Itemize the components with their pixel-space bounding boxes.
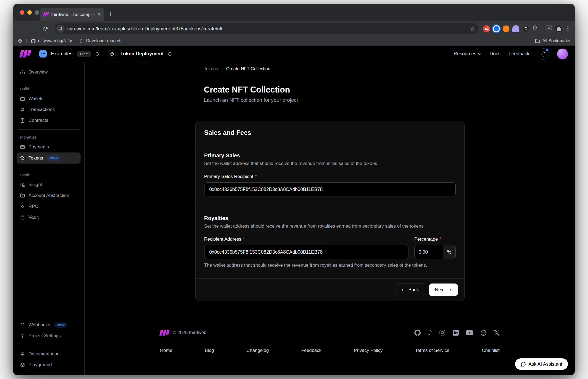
royalties-section: Royalties Set the wallet address should …	[196, 207, 464, 278]
project-name[interactable]: Token Deployment	[120, 51, 164, 57]
sidebar-item-webhooks[interactable]: Webhooks New	[17, 319, 81, 330]
extension-icon[interactable]	[483, 25, 490, 32]
minimize-window-button[interactable]	[27, 10, 32, 15]
sidebar-item-playground[interactable]: Playground	[17, 359, 81, 370]
breadcrumb-tokens-link[interactable]: Tokens	[204, 66, 218, 71]
percentage-input[interactable]	[415, 245, 443, 259]
close-window-button[interactable]	[20, 10, 24, 15]
bookmark-item[interactable]: niftyswap.gg/Nifty...	[31, 39, 75, 43]
footer-link-feedback[interactable]: Feedback	[301, 348, 322, 353]
apps-grid-icon[interactable]	[18, 39, 22, 43]
metamask-extension-icon[interactable]	[503, 25, 510, 32]
tab-close-icon[interactable]: ×	[97, 11, 101, 17]
copyright: © 2025 thirdweb	[173, 330, 206, 335]
zoom-window-button[interactable]	[35, 10, 39, 15]
github-icon[interactable]	[414, 330, 421, 336]
youtube-icon[interactable]	[466, 330, 473, 335]
site-settings-icon[interactable]	[56, 25, 65, 33]
thirdweb-logo[interactable]	[20, 50, 31, 58]
tab-search-icon[interactable]	[546, 25, 552, 32]
arrow-right-icon: →	[448, 287, 452, 293]
breadcrumb-current: Create NFT Collection	[226, 66, 270, 71]
team-switcher-icon[interactable]	[95, 52, 99, 56]
social-links: ♪	[414, 329, 500, 336]
reddit-icon[interactable]	[480, 330, 487, 336]
footer-link-chainlist[interactable]: Chainlist	[482, 348, 500, 353]
phantom-extension-icon[interactable]	[512, 25, 519, 32]
project-switcher-icon[interactable]	[168, 52, 172, 56]
recipient-address-input[interactable]	[204, 245, 408, 259]
back-button[interactable]: ← Back	[395, 284, 425, 296]
cube-search-icon	[20, 182, 25, 187]
card-footer: ← Back Next →	[196, 278, 464, 301]
primary-sales-recipient-input[interactable]	[204, 182, 456, 196]
docs-link[interactable]: Docs	[490, 51, 500, 57]
extensions-puzzle-icon[interactable]	[532, 25, 538, 32]
breadcrumb: Tokens › Create NFT Collection	[195, 66, 465, 72]
address-bar[interactable]: thirdweb.com/team/examples/Token-Deploym…	[55, 23, 479, 34]
tiktok-icon[interactable]: ♪	[428, 329, 432, 336]
team-name[interactable]: Examples	[51, 51, 72, 57]
sidebar-label: Transactions	[28, 107, 55, 112]
card-header: Sales and Fees	[196, 121, 464, 144]
extension-icon[interactable]	[493, 25, 500, 32]
forward-icon[interactable]: →	[29, 25, 39, 33]
percent-suffix: %	[443, 245, 455, 259]
feedback-link[interactable]: Feedback	[509, 51, 529, 57]
gear-icon	[20, 333, 25, 338]
ask-ai-assistant-button[interactable]: Ask AI Assistant	[515, 358, 568, 370]
sidebar-label: Tokens	[28, 155, 43, 161]
sidebar-item-wallets[interactable]: Wallets	[17, 93, 81, 104]
new-badge: New	[54, 322, 68, 328]
sidebar-divider	[18, 167, 79, 167]
browser-menu-icon[interactable]	[565, 26, 571, 31]
sidebar-item-insight[interactable]: Insight	[17, 179, 81, 190]
sidebar-item-tokens[interactable]: Tokens New	[17, 152, 81, 164]
x-icon[interactable]	[494, 330, 500, 336]
footer-link-home[interactable]: Home	[160, 348, 172, 353]
folder-icon	[535, 39, 540, 43]
bookmarks-bar: niftyswap.gg/Nifty... Developer marketi.…	[13, 36, 575, 46]
contract-icon	[20, 118, 25, 123]
recipient-helper-text: The wallet address that should receive t…	[204, 263, 456, 268]
sidebar-item-project-settings[interactable]: Project Settings	[17, 330, 81, 341]
new-tab-button[interactable]: +	[108, 10, 113, 18]
sidebar-item-rpc[interactable]: RPC	[17, 201, 81, 212]
sidebar-item-overview[interactable]: Overview	[17, 67, 81, 78]
user-avatar[interactable]	[557, 49, 568, 59]
page-subtitle: Launch an NFT collection for your projec…	[195, 97, 465, 103]
back-icon[interactable]: ←	[17, 25, 27, 33]
book-icon	[20, 352, 25, 356]
sidebar-item-vault[interactable]: Vault	[17, 212, 81, 223]
linkedin-icon[interactable]	[453, 330, 459, 336]
sidebar-item-contracts[interactable]: Contracts	[17, 115, 81, 126]
sidebar-item-payments[interactable]: Payments	[17, 142, 81, 152]
footer-link-blog[interactable]: Blog	[205, 348, 214, 353]
all-bookmarks-button[interactable]: All Bookmarks	[535, 39, 570, 43]
extension-icon[interactable]	[522, 25, 529, 32]
instagram-icon[interactable]	[439, 330, 445, 336]
main-area: Tokens › Create NFT Collection Create NF…	[85, 62, 575, 375]
footer-link-changelog[interactable]: Changelog	[247, 348, 269, 353]
browser-tab[interactable]: thirdweb: The complete web3 ×	[40, 8, 104, 21]
team-avatar	[39, 50, 47, 58]
toolbar-divider	[542, 26, 542, 32]
coins-icon	[20, 156, 25, 161]
resources-menu[interactable]: Resources	[454, 51, 482, 57]
sidebar-item-documentation[interactable]: Documentation	[17, 349, 81, 359]
bookmark-item[interactable]: Developer marketi...	[80, 39, 125, 43]
footer-link-terms-of-service[interactable]: Terms of Service	[415, 348, 449, 353]
reload-icon[interactable]: ⟳	[41, 25, 50, 33]
sidebar-item-account-abstraction[interactable]: Account Abstraction	[17, 190, 81, 201]
notifications-button[interactable]	[538, 48, 549, 60]
sidebar-label: Payments	[28, 144, 49, 150]
footer-link-privacy-policy[interactable]: Privacy Policy	[354, 348, 383, 353]
chat-bubble-icon	[521, 362, 526, 367]
next-button[interactable]: Next →	[429, 284, 458, 296]
breadcrumb-row: Tokens › Create NFT Collection	[85, 62, 575, 75]
bookmark-star-icon[interactable]: ☆	[468, 26, 477, 32]
browser-profile-avatar[interactable]	[555, 25, 563, 33]
page-header: Create NFT Collection Launch an NFT coll…	[85, 75, 575, 112]
sidebar-item-transactions[interactable]: Transactions	[17, 104, 81, 115]
sidebar-label: Vault	[28, 215, 39, 220]
